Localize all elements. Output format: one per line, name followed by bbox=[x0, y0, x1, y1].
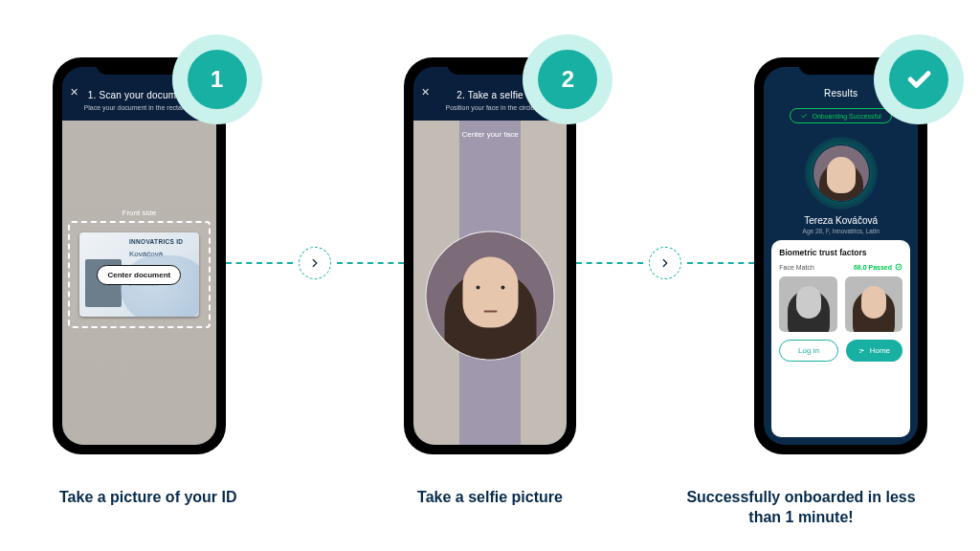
card-heading: Biometric trust factors bbox=[779, 248, 902, 257]
home-icon bbox=[858, 347, 866, 355]
login-button[interactable]: Log in bbox=[779, 340, 837, 362]
phone-notch bbox=[447, 57, 533, 75]
avatar-ring bbox=[805, 137, 878, 209]
step-captions: Take a picture of your ID Take a selfie … bbox=[0, 487, 980, 528]
user-meta: Age 28, F, Innovatrics, Latin bbox=[764, 228, 918, 234]
step-badge-done bbox=[889, 50, 948, 109]
arrow-right-icon bbox=[649, 247, 681, 279]
screen-subtitle: Position your face in the circle bbox=[446, 104, 535, 111]
center-face-hint: Center your face bbox=[413, 130, 568, 139]
center-document-pill: Center document bbox=[97, 265, 181, 285]
phone-notch bbox=[96, 57, 182, 75]
camera-viewport: Front side INNOVATRICS ID Kováčová 24.11… bbox=[62, 121, 216, 445]
id-brand: INNOVATRICS ID bbox=[129, 238, 195, 246]
metric-value: 68.0 Passed bbox=[854, 264, 892, 271]
status-pill-label: Onboarding Successful bbox=[812, 113, 880, 120]
camera-viewport: Center your face bbox=[413, 121, 568, 445]
biometric-card: Biometric trust factors Face Match 68.0 … bbox=[771, 240, 910, 437]
phone-notch bbox=[798, 57, 884, 75]
match-thumbnails bbox=[779, 276, 902, 332]
screen-title: 1. Scan your document bbox=[88, 90, 190, 100]
screen-subtitle: Place your document in the rectangle bbox=[84, 104, 195, 111]
phone-scan-document: 1 ✕ 1. Scan your document Place your doc… bbox=[53, 57, 226, 454]
frame-side-label: Front side bbox=[70, 209, 209, 217]
arrow-step-2-to-3 bbox=[576, 247, 754, 279]
screen-title: 2. Take a selfie bbox=[457, 90, 523, 100]
status-pill-success: Onboarding Successful bbox=[790, 108, 891, 123]
face-guide-circle bbox=[426, 231, 555, 361]
arrow-step-1-to-2 bbox=[226, 247, 404, 279]
arrow-right-icon bbox=[299, 247, 331, 279]
check-icon bbox=[895, 263, 902, 271]
caption-step-3: Successfully onboarded in less than 1 mi… bbox=[681, 487, 921, 528]
caption-step-1: Take a picture of your ID bbox=[59, 487, 299, 528]
metric-label: Face Match bbox=[779, 264, 814, 271]
home-button[interactable]: Home bbox=[846, 340, 902, 362]
step-badge-1: 1 bbox=[188, 50, 247, 109]
thumb-selfie bbox=[845, 276, 902, 332]
user-name: Tereza Kováčová bbox=[764, 215, 918, 226]
onboarding-steps: 1 ✕ 1. Scan your document Place your doc… bbox=[0, 57, 980, 469]
check-icon bbox=[904, 65, 933, 94]
face-match-row: Face Match 68.0 Passed bbox=[779, 263, 902, 271]
thumb-id-photo bbox=[779, 276, 836, 332]
close-icon[interactable]: ✕ bbox=[421, 86, 430, 99]
step-badge-2: 2 bbox=[538, 50, 597, 109]
phone-results: Results Onboarding Successful Tereza Kov… bbox=[754, 57, 927, 454]
check-icon bbox=[800, 112, 808, 120]
avatar bbox=[813, 145, 869, 201]
document-frame: Front side INNOVATRICS ID Kováčová 24.11… bbox=[68, 221, 211, 328]
close-icon[interactable]: ✕ bbox=[70, 86, 78, 99]
caption-step-2: Take a selfie picture bbox=[370, 487, 610, 528]
selfie-preview bbox=[427, 232, 554, 360]
phone-take-selfie: 2 ✕ 2. Take a selfie Position your face … bbox=[404, 57, 577, 454]
